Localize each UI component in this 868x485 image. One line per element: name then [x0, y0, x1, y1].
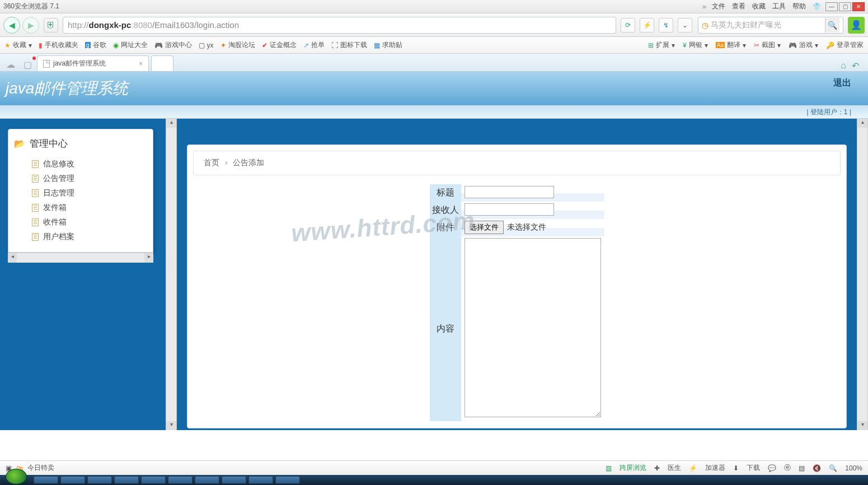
shield-icon[interactable]: ⛨: [44, 18, 58, 32]
start-button[interactable]: [6, 469, 27, 484]
sidebar-item-inbox[interactable]: 收件箱: [32, 215, 147, 230]
cloud-icon[interactable]: ☁: [3, 58, 18, 71]
taskbar-item[interactable]: [248, 476, 273, 484]
bank-button[interactable]: ¥网银 ▾: [683, 40, 708, 50]
bookmark-taogu[interactable]: ✦淘股论坛: [220, 40, 255, 50]
favorites-button[interactable]: ★收藏 ▾: [4, 40, 32, 50]
bookmark-games[interactable]: 🎮游戏中心: [154, 40, 192, 50]
minimize-button[interactable]: —: [825, 2, 838, 11]
title-input[interactable]: [465, 186, 554, 198]
tab-title: java邮件管理系统: [53, 59, 106, 68]
sidebar-item-notice[interactable]: 公告管理: [32, 171, 147, 186]
mobile-icon: ▮: [39, 41, 43, 49]
undo-icon[interactable]: ↶: [852, 60, 859, 71]
menu-help[interactable]: 帮助: [792, 2, 806, 11]
app-title: java邮件管理系统: [6, 78, 128, 99]
gamepad2-icon: 🎮: [789, 41, 797, 49]
translate-icon: Aa: [716, 42, 725, 48]
menu-fav[interactable]: 收藏: [752, 2, 766, 11]
url-input[interactable]: http://dongxk-pc:8080/Email1603/login.ac…: [63, 17, 616, 34]
receiver-input[interactable]: [465, 203, 554, 216]
key-icon: 🔑: [826, 41, 834, 49]
taskbar-item[interactable]: [195, 476, 219, 484]
sidebar-item-outbox[interactable]: 发件箱: [32, 200, 147, 215]
menu-file[interactable]: 文件: [712, 2, 725, 11]
ie-icon[interactable]: ⓔ: [784, 463, 791, 473]
chevron-icon[interactable]: »: [702, 3, 706, 11]
net-icon[interactable]: ▤: [799, 464, 805, 472]
bookmark-help[interactable]: ▦求助贴: [374, 40, 402, 50]
close-button[interactable]: ✕: [852, 2, 865, 11]
mute-icon[interactable]: 🔇: [813, 464, 821, 472]
bookmark-mobile[interactable]: ▮手机收藏夹: [39, 40, 78, 50]
back-button[interactable]: ◀: [3, 17, 20, 34]
globe-icon: ◉: [113, 41, 119, 49]
scroll-up-icon[interactable]: ▴: [166, 119, 176, 128]
flash-icon[interactable]: ⚡: [640, 18, 654, 32]
screenshot-button[interactable]: ✂截图 ▾: [754, 40, 781, 50]
bookmark-order[interactable]: ↗抢单: [303, 40, 325, 50]
chevron-right-icon: ›: [225, 158, 228, 167]
translate-button[interactable]: Aa翻译 ▾: [716, 40, 746, 50]
crossscreen-icon[interactable]: ▥: [606, 464, 612, 472]
menu-tools[interactable]: 工具: [772, 2, 786, 11]
taskbar-item[interactable]: [114, 476, 139, 484]
doctor-icon[interactable]: ✚: [654, 464, 660, 472]
address-bar: ◀ ▶ ⛨ http://dongxk-pc:8080/Email1603/lo…: [0, 13, 868, 37]
mode-toggle[interactable]: ↯: [659, 18, 673, 32]
breadcrumb-home[interactable]: 首页: [204, 158, 219, 167]
dropdown-icon[interactable]: ⌄: [678, 18, 692, 32]
games-button[interactable]: 🎮游戏 ▾: [789, 40, 818, 50]
bookmark-google[interactable]: g谷歌: [85, 40, 106, 50]
search-input[interactable]: ◷ 马英九夫妇财产曝光 🔍: [698, 17, 843, 34]
vscroll-right[interactable]: ▴ ▾: [857, 119, 868, 430]
scroll-down2-icon[interactable]: ▾: [857, 421, 867, 430]
account-button[interactable]: 👤: [848, 17, 865, 34]
bookmark-icons[interactable]: ⛶图标下载: [331, 40, 367, 50]
tab-active[interactable]: java邮件管理系统 ×: [37, 55, 149, 71]
sidebar-item-info[interactable]: 信息修改: [32, 157, 147, 171]
taskbar-item[interactable]: [60, 476, 85, 484]
content-textarea[interactable]: [465, 238, 601, 417]
ext-button[interactable]: ⊞扩展 ▾: [648, 40, 675, 50]
taskbar-item[interactable]: [34, 476, 58, 484]
bookmark-sites[interactable]: ◉网址大全: [113, 40, 148, 50]
bookmark-stock[interactable]: ✔证金概念: [262, 40, 297, 50]
tab-bar: ☁ ▢ java邮件管理系统 × ⌂ ↶: [0, 54, 868, 72]
skin-icon[interactable]: 👕: [813, 3, 821, 11]
url-port: :8080: [131, 20, 152, 30]
speed-icon[interactable]: ⚡: [689, 464, 697, 472]
forward-button[interactable]: ▶: [22, 17, 39, 34]
zoom-icon[interactable]: 🔍: [829, 464, 837, 472]
scroll-up2-icon[interactable]: ▴: [857, 119, 867, 128]
login-mgr-button[interactable]: 🔑登录管家: [826, 40, 864, 50]
refresh-icon[interactable]: ⟳: [621, 18, 635, 32]
download-icon[interactable]: ⬇: [733, 464, 739, 472]
taskbar-item[interactable]: [168, 476, 193, 484]
doc-icon: [32, 218, 39, 226]
home-icon[interactable]: ⌂: [841, 60, 846, 71]
status-cross[interactable]: 跨屏浏览: [620, 463, 646, 473]
menu-view[interactable]: 查看: [732, 2, 745, 11]
search-go-icon[interactable]: 🔍: [825, 18, 839, 32]
maximize-button[interactable]: ▢: [839, 2, 851, 11]
sidebar-item-log[interactable]: 日志管理: [32, 186, 147, 200]
choose-file-button[interactable]: 选择文件: [465, 221, 504, 234]
doc-icon: [32, 189, 39, 197]
bookmark-yx[interactable]: ▢yx: [199, 41, 214, 49]
taskbar-item[interactable]: [87, 476, 112, 484]
sidebar-item-users[interactable]: 用户档案: [32, 230, 147, 244]
taskbar-item[interactable]: [141, 476, 166, 484]
taskbar-item[interactable]: [222, 476, 246, 484]
logout-link[interactable]: 退出: [833, 77, 851, 89]
vscroll[interactable]: ▴ ▾: [166, 119, 177, 430]
form-table: 标题 接收人 附件 选择文件 未选择文件: [430, 184, 604, 421]
flag-icon[interactable]: ▢: [20, 58, 35, 71]
scroll-down-icon[interactable]: ▾: [166, 421, 176, 430]
tab-close-icon[interactable]: ×: [139, 60, 143, 68]
msg-icon[interactable]: 💬: [768, 464, 776, 472]
sidebar-hscroll[interactable]: ◂▸: [8, 253, 153, 263]
status-left[interactable]: 今日特卖: [27, 463, 54, 473]
tab-new[interactable]: [151, 55, 173, 71]
taskbar-item[interactable]: [275, 476, 300, 484]
